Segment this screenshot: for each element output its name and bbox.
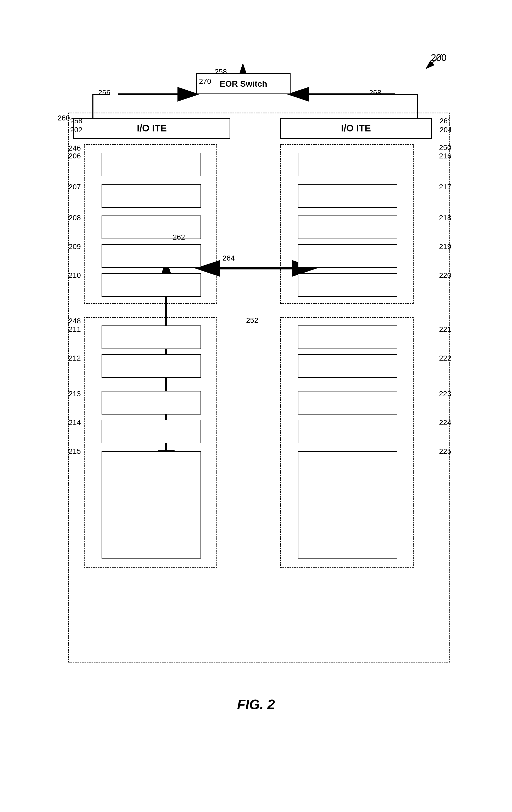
ref-246: 246 (68, 144, 81, 152)
ref-202: 202 (70, 126, 83, 134)
ref-212: 212 (68, 354, 81, 362)
io-ite-left-label: I/O ITE (137, 123, 167, 134)
slot-212 (101, 354, 201, 378)
slot-216 (298, 153, 397, 176)
ref-217: 217 (439, 183, 451, 191)
slot-225 (298, 451, 397, 558)
ref-250: 250 (439, 144, 451, 152)
io-ite-right-label: I/O ITE (341, 123, 371, 134)
ref-208: 208 (68, 214, 81, 222)
ref-225: 225 (439, 447, 451, 456)
slot-221 (298, 325, 397, 349)
slot-219 (298, 244, 397, 268)
eor-switch-label: EOR Switch (220, 79, 267, 89)
ref-264: 264 (222, 254, 235, 262)
slot-222 (298, 354, 397, 378)
ref-220: 220 (439, 271, 451, 280)
slot-211 (101, 325, 201, 349)
ref-221: 221 (439, 325, 451, 334)
slot-209 (101, 244, 201, 268)
slot-217 (298, 184, 397, 208)
slot-213 (101, 391, 201, 414)
ref-270: 270 (199, 77, 211, 86)
ref-258-top: 258 (215, 67, 227, 76)
ref-223: 223 (439, 389, 451, 398)
slot-208 (101, 215, 201, 239)
slot-223 (298, 391, 397, 414)
ref-215: 215 (68, 447, 81, 456)
slot-206 (101, 153, 201, 176)
ref-216: 216 (439, 152, 451, 160)
right-group-bottom-box (280, 317, 414, 568)
slot-214 (101, 420, 201, 443)
ref-207: 207 (68, 183, 81, 191)
slot-207 (101, 184, 201, 208)
ref-222: 222 (439, 354, 451, 362)
ref-266: 266 (98, 88, 111, 97)
ref-218: 218 (439, 214, 451, 222)
ref-211: 211 (68, 325, 81, 334)
slot-224 (298, 420, 397, 443)
slot-210 (101, 273, 201, 297)
ref-262: 262 (173, 233, 185, 241)
ref-260: 260 (58, 114, 70, 122)
ref-210: 210 (68, 271, 81, 280)
ref-213: 213 (68, 389, 81, 398)
ref-252: 252 (246, 316, 258, 325)
ref-268: 268 (369, 88, 381, 97)
diagram-container: 200 EOR Switch I/O ITE I/O ITE (52, 39, 460, 720)
io-ite-left-box: I/O ITE (73, 118, 230, 139)
ref-261: 261 (440, 117, 452, 125)
io-ite-right-box: I/O ITE (280, 118, 432, 139)
ref-214: 214 (68, 418, 81, 427)
slot-215 (101, 451, 201, 558)
ref-258-left: 258 (70, 117, 83, 125)
slot-220 (298, 273, 397, 297)
right-group-top-box (280, 144, 414, 304)
ref-219: 219 (439, 242, 451, 251)
figure-label: FIG. 2 (237, 697, 275, 712)
slot-218 (298, 215, 397, 239)
ref-200: 200 (431, 52, 447, 63)
left-group-top-box (84, 144, 217, 304)
ref-248: 248 (68, 317, 81, 325)
ref-224: 224 (439, 418, 451, 427)
ref-206: 206 (68, 152, 81, 160)
left-group-bottom-box (84, 317, 217, 568)
ref-204: 204 (440, 126, 452, 134)
ref-209: 209 (68, 242, 81, 251)
